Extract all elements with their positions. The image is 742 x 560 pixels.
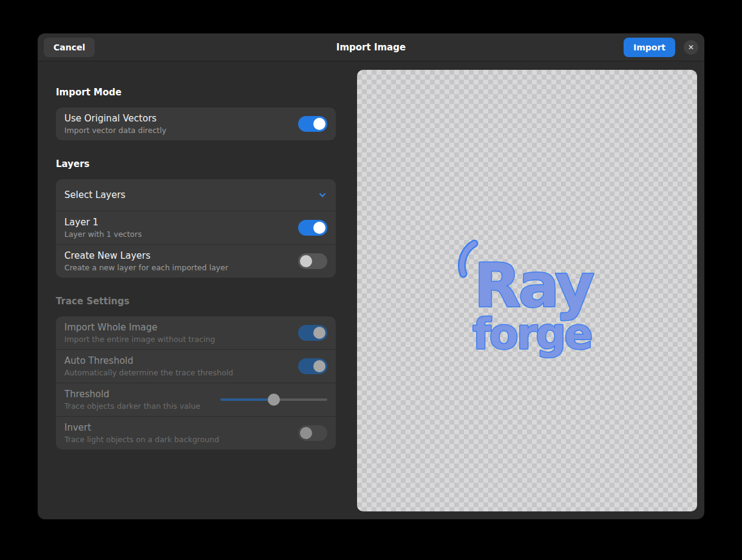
row-title: Layer 1 [64,216,292,228]
row-text: Select Layers [64,189,318,201]
row-title: Import Whole Image [64,321,292,333]
row-subtitle: Automatically determine the trace thresh… [64,367,292,378]
toggle-knob [300,427,312,439]
toggle-knob [300,255,312,267]
row-text: Threshold Trace objects darker than this… [64,388,220,411]
layer-1-toggle[interactable] [298,220,327,236]
row-subtitle: Layer with 1 vectors [64,229,292,239]
row-title: Invert [64,422,292,434]
trace-settings-group: Import Whole Image Import the entire ima… [56,316,336,449]
import-whole-image-toggle [298,325,327,341]
row-text: Create New Layers Create a new layer for… [64,250,298,273]
chevron-down-icon [318,190,327,200]
row-title: Select Layers [64,189,311,201]
row-text: Layer 1 Layer with 1 vectors [64,216,298,239]
row-title: Use Original Vectors [64,112,292,125]
threshold-slider [220,394,327,406]
section-header-layers: Layers [56,159,336,169]
row-subtitle: Trace light objects on a dark background [64,434,292,445]
section-header-import-mode: Import Mode [56,87,336,98]
toggle-knob [313,118,325,130]
dialog-title: Import Image [38,42,704,53]
row-subtitle: Import vector data directly [64,125,292,135]
cancel-button[interactable]: Cancel [44,38,95,57]
import-button[interactable]: Import [624,38,675,57]
image-preview: Ray forge [357,70,697,511]
row-title: Auto Threshold [64,355,292,367]
import-mode-group: Use Original Vectors Import vector data … [56,108,336,140]
logo-text-line2: forge [472,309,591,359]
use-original-vectors-toggle[interactable] [298,116,327,132]
rayforge-logo: Ray forge [357,70,697,511]
header-actions: Import ✕ [624,38,698,57]
section-header-trace-settings: Trace Settings [56,296,336,307]
close-button[interactable]: ✕ [684,40,698,55]
row-invert: Invert Trace light objects on a dark bac… [56,416,336,449]
close-icon: ✕ [688,43,694,52]
row-subtitle: Create a new layer for each imported lay… [64,262,292,273]
settings-panel: Import Mode Use Original Vectors Import … [56,61,336,449]
row-text: Import Whole Image Import the entire ima… [64,321,298,344]
row-threshold: Threshold Trace objects darker than this… [56,383,336,416]
import-image-dialog: Cancel Import Image Import ✕ Import Mode… [38,33,704,519]
slider-knob [268,394,280,406]
invert-toggle [298,425,327,441]
auto-threshold-toggle [298,358,327,374]
row-create-new-layers: Create New Layers Create a new layer for… [56,244,336,278]
row-text: Invert Trace light objects on a dark bac… [64,422,298,445]
row-title: Threshold [64,388,214,400]
create-new-layers-toggle[interactable] [298,253,327,269]
toggle-knob [313,327,325,339]
row-text: Auto Threshold Automatically determine t… [64,355,298,378]
dialog-content: Import Mode Use Original Vectors Import … [38,61,704,519]
row-title: Create New Layers [64,250,292,262]
header-bar: Cancel Import Image Import ✕ [38,33,704,61]
toggle-knob [313,360,325,372]
select-layers-expander[interactable]: Select Layers [56,179,336,211]
row-import-whole-image: Import Whole Image Import the entire ima… [56,316,336,349]
toggle-knob [313,222,325,234]
row-subtitle: Import the entire image without tracing [64,334,292,344]
row-layer-1: Layer 1 Layer with 1 vectors [56,211,336,244]
row-text: Use Original Vectors Import vector data … [64,112,298,135]
row-use-original-vectors: Use Original Vectors Import vector data … [56,108,336,140]
row-auto-threshold: Auto Threshold Automatically determine t… [56,349,336,383]
layers-group: Select Layers Layer 1 Layer with 1 vecto… [56,179,336,278]
slider-fill [220,398,274,401]
row-subtitle: Trace objects darker than this value [64,401,214,411]
